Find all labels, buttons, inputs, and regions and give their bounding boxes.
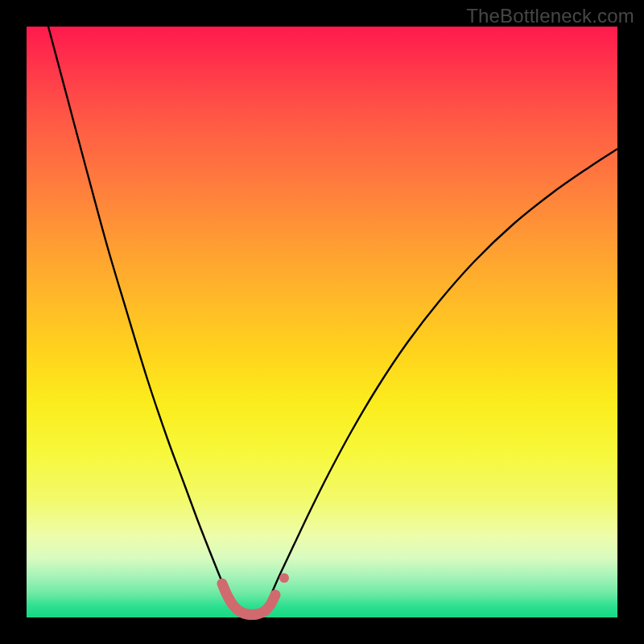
series-left-arm [48,27,230,601]
series-trough-highlight [222,584,275,615]
series-highlight-dot [279,573,289,583]
chart-frame: TheBottleneck.com [0,0,644,644]
series-right-arm [271,149,617,594]
chart-svg [27,27,617,617]
watermark-text: TheBottleneck.com [466,5,634,27]
